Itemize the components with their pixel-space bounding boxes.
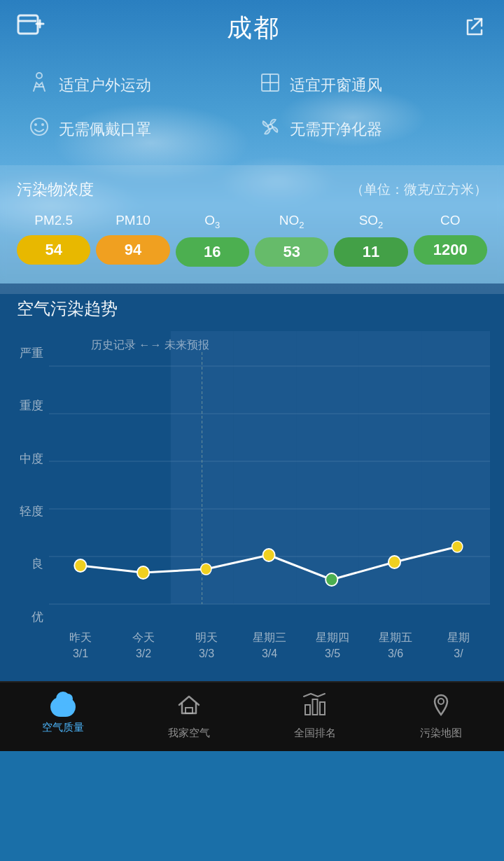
city-title: 成都 [227, 11, 280, 46]
y-label-excellent: 优 [14, 609, 49, 625]
pollution-grid: PM2.5 54 PM10 94 O3 16 NO2 53 SO2 11 CO … [17, 213, 487, 267]
co-value: 1200 [414, 235, 487, 265]
x-date-3: 3/4 [262, 646, 277, 662]
svg-rect-20 [296, 331, 359, 604]
chart-inner: 严重 重度 中度 轻度 良 优 历史记录 ←→ 未来预报 [14, 331, 490, 667]
x-day-6: 星期 [447, 630, 470, 645]
svg-point-24 [74, 559, 86, 572]
svg-point-10 [41, 123, 44, 126]
x-day-0: 昨天 [69, 630, 92, 645]
x-label-5: 星期五 3/6 [364, 625, 427, 667]
x-day-1: 今天 [132, 630, 155, 645]
smile-icon [28, 115, 50, 143]
y-label-light: 轻度 [14, 503, 49, 519]
add-location-icon[interactable] [17, 13, 45, 44]
pm10-name: PM10 [115, 213, 150, 228]
share-icon[interactable] [462, 13, 487, 43]
nav-ranking[interactable]: 全国排名 [252, 681, 378, 751]
x-label-0: 昨天 3/1 [49, 625, 112, 667]
x-date-4: 3/5 [325, 646, 340, 662]
svg-rect-0 [18, 15, 38, 34]
nav-map-label: 污染地图 [420, 727, 462, 740]
svg-point-35 [438, 699, 444, 704]
co-name: CO [440, 213, 461, 228]
svg-point-25 [137, 566, 149, 579]
nav-air-quality-label: 空气质量 [42, 721, 84, 734]
svg-point-11 [268, 125, 272, 129]
chart-icon [302, 692, 328, 722]
y-label-good: 良 [14, 556, 49, 572]
o3-value: 16 [176, 237, 249, 267]
no2-value: 53 [255, 237, 328, 267]
activity-outdoor: 适宜户外运动 [21, 63, 252, 107]
pollutant-co: CO 1200 [414, 213, 487, 267]
pollution-title: 污染物浓度 [17, 179, 94, 200]
x-day-4: 星期四 [316, 630, 349, 645]
svg-point-9 [34, 123, 37, 126]
svg-rect-32 [305, 705, 310, 715]
home-icon [176, 692, 202, 722]
fan-icon [259, 115, 281, 143]
cloud-icon [50, 697, 76, 717]
outdoor-label: 适宜户外运动 [59, 75, 151, 96]
x-date-0: 3/1 [73, 646, 88, 662]
chart-container: 严重 重度 中度 轻度 良 优 历史记录 ←→ 未来预报 [0, 331, 504, 667]
svg-point-30 [452, 541, 463, 552]
svg-point-8 [31, 118, 48, 135]
so2-value: 11 [334, 237, 407, 267]
chart-svg [49, 331, 490, 625]
x-label-2: 明天 3/3 [175, 625, 238, 667]
svg-point-26 [201, 564, 211, 575]
chart-area: 历史记录 ←→ 未来预报 [49, 331, 490, 625]
y-label-heavy: 重度 [14, 398, 49, 414]
x-date-1: 3/2 [136, 646, 151, 662]
window-label: 适宜开窗通风 [290, 75, 382, 96]
so2-name: SO2 [359, 213, 384, 230]
pollutant-no2: NO2 53 [255, 213, 328, 267]
pollution-header: 污染物浓度 （单位：微克/立方米） [17, 179, 487, 200]
pollutant-so2: SO2 11 [334, 213, 407, 267]
nav-map[interactable]: 污染地图 [378, 681, 504, 751]
pollution-unit: （单位：微克/立方米） [351, 181, 487, 199]
svg-point-29 [388, 556, 400, 568]
pm10-value: 94 [96, 235, 169, 265]
mask-label: 无需佩戴口罩 [59, 119, 151, 140]
pm25-name: PM2.5 [34, 213, 73, 228]
chart-section: 空气污染趋势 严重 重度 中度 轻度 良 优 历史记录 ←→ 未来预报 [0, 284, 504, 681]
x-date-5: 3/6 [388, 646, 403, 662]
activity-window: 适宜开窗通风 [252, 63, 483, 107]
nav-my-air[interactable]: 我家空气 [126, 681, 252, 751]
y-axis: 严重 重度 中度 轻度 良 优 [14, 345, 49, 625]
x-date-2: 3/3 [199, 646, 214, 662]
svg-rect-34 [320, 702, 325, 715]
svg-point-27 [262, 549, 274, 561]
x-label-4: 星期四 3/5 [301, 625, 364, 667]
nav-air-quality[interactable]: 空气质量 [0, 681, 126, 751]
nav-my-air-label: 我家空气 [168, 727, 210, 740]
x-date-6: 3/ [454, 646, 463, 662]
svg-rect-22 [422, 331, 490, 604]
window-icon [259, 71, 281, 99]
x-day-3: 星期三 [253, 630, 286, 645]
x-label-3: 星期三 3/4 [238, 625, 301, 667]
pollutant-pm10: PM10 94 [96, 213, 169, 267]
y-label-medium: 中度 [14, 451, 49, 467]
pm25-value: 54 [17, 235, 90, 265]
activities-grid: 适宜户外运动 适宜开窗通风 无需佩戴口罩 [0, 56, 504, 165]
outdoor-icon [28, 71, 50, 99]
map-icon [428, 692, 454, 722]
y-label-severe: 严重 [14, 345, 49, 361]
pollution-section: 污染物浓度 （单位：微克/立方米） PM2.5 54 PM10 94 O3 16… [0, 165, 504, 284]
bottom-nav: 空气质量 我家空气 全国排名 污染 [0, 681, 504, 751]
purifier-label: 无需开净化器 [290, 119, 382, 140]
x-label-6: 星期 3/ [427, 625, 490, 667]
svg-point-28 [326, 573, 337, 586]
x-label-1: 今天 3/2 [112, 625, 175, 667]
x-axis: 昨天 3/1 今天 3/2 明天 3/3 星期三 3/4 星期四 3/5 [49, 625, 490, 667]
svg-point-4 [36, 73, 42, 78]
header: 成都 [0, 0, 504, 56]
o3-name: O3 [204, 213, 220, 230]
activity-mask: 无需佩戴口罩 [21, 107, 252, 151]
chart-title: 空气污染趋势 [0, 298, 504, 331]
x-day-5: 星期五 [379, 630, 412, 645]
